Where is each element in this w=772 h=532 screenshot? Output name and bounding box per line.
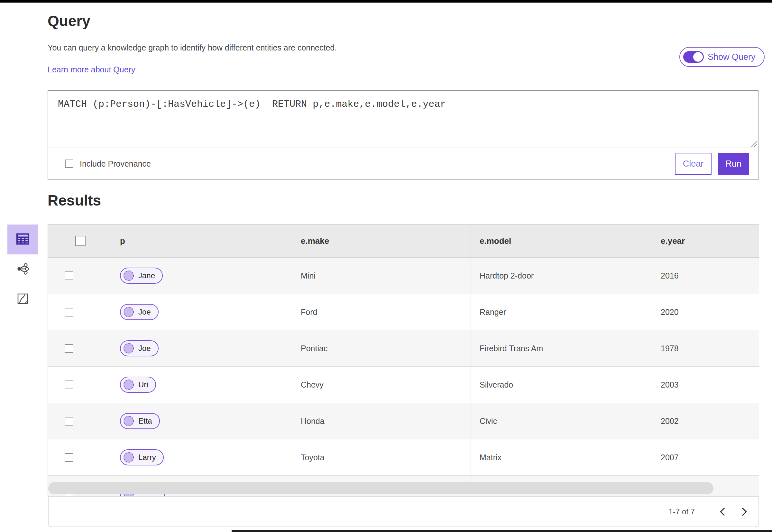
row-cell-p: Jane [111,258,292,294]
row-cell-year: 2016 [652,258,759,294]
entity-node-icon [124,452,134,463]
toggle-switch-icon[interactable] [683,51,704,63]
toggle-knob [693,52,703,62]
table-row: Joe Pontiac Firebird Trans Am 1978 [48,330,759,367]
table-row: Jane Mini Hardtop 2-door 2016 [48,258,759,294]
row-cell-model: Ranger [471,294,652,330]
row-cell-select [48,403,111,439]
show-query-toggle[interactable]: Show Query [679,47,765,67]
row-cell-p: Joe [111,330,292,366]
row-cell-make: Honda [292,403,471,439]
entity-pill-label: Jane [138,271,155,280]
entity-pill-label: Joe [138,344,151,353]
row-cell-p: Joe [111,294,292,330]
query-textarea-container: MATCH (p:Person)-[:HasVehicle]->(e) RETU… [48,91,758,148]
row-cell-p: Larry [111,439,292,475]
next-page-button[interactable] [733,501,754,522]
clear-button[interactable]: Clear [675,153,712,175]
entity-pill-label: Joe [138,307,151,316]
entity-pill-label: Etta [138,417,152,426]
entity-pill[interactable]: Etta [120,413,160,429]
entity-pill-label: Larry [138,453,156,462]
results-table: p e.make e.model e.year Jane Mini Hardto… [48,224,759,496]
table-row: Etta Honda Civic 2002 [48,403,759,439]
row-cell-select [48,439,111,475]
query-description: You can query a knowledge graph to ident… [48,43,337,52]
link-chart-view-button[interactable] [7,254,38,284]
pagination-range: 1-7 of 7 [669,507,695,516]
entity-pill[interactable]: Jane [120,268,163,284]
row-cell-year: 2007 [652,439,759,475]
show-query-label: Show Query [708,52,756,62]
table-row: Uri Chevy Silverado 2003 [48,367,759,403]
page-title: Query [48,12,90,30]
row-checkbox[interactable] [65,271,73,280]
table-body: Jane Mini Hardtop 2-door 2016 Joe Ford R… [48,258,759,496]
run-button[interactable]: Run [718,153,749,175]
row-cell-model: Silverado [471,367,652,403]
learn-more-link[interactable]: Learn more about Query [48,65,135,74]
map-view-icon [17,293,29,306]
row-cell-year: 1978 [652,330,759,366]
prev-page-button[interactable] [713,501,733,522]
window-border-bottom [232,530,772,532]
entity-pill[interactable]: Joe [120,304,159,320]
horizontal-scrollbar-thumb[interactable] [48,482,713,494]
row-cell-select [48,367,111,403]
row-cell-make: Chevy [292,367,471,403]
row-cell-make: Pontiac [292,330,471,366]
entity-pill[interactable]: Uri [120,377,156,393]
query-textarea[interactable]: MATCH (p:Person)-[:HasVehicle]->(e) RETU… [48,91,758,118]
table-view-icon [16,233,29,246]
entity-node-icon [124,380,134,390]
query-actions-bar: Include Provenance Clear Run [48,148,758,179]
row-checkbox[interactable] [65,344,73,353]
row-cell-model: Hardtop 2-door [471,258,652,294]
header-cell-make: e.make [292,225,471,257]
row-checkbox[interactable] [65,453,73,462]
header-cell-select [48,225,111,257]
window-border-top [0,0,772,3]
row-cell-p: Etta [111,403,292,439]
row-cell-make: Mini [292,258,471,294]
map-view-button[interactable] [7,284,38,314]
row-checkbox[interactable] [65,381,73,389]
table-row: Larry Toyota Matrix 2007 [48,439,759,476]
row-cell-model: Civic [471,403,652,439]
entity-node-icon [124,416,134,426]
include-provenance-label: Include Provenance [80,159,151,169]
entity-pill[interactable]: Joe [120,340,159,356]
row-cell-year: 2003 [652,367,759,403]
row-cell-make: Toyota [292,439,471,475]
results-title: Results [48,192,101,209]
entity-node-icon [124,271,134,281]
row-cell-select [48,330,111,366]
row-cell-p: Uri [111,367,292,403]
row-cell-year: 2002 [652,403,759,439]
pagination-bar: 1-7 of 7 [48,496,759,527]
row-checkbox[interactable] [65,417,73,426]
entity-pill[interactable]: Larry [120,449,164,465]
include-provenance-checkbox[interactable] [65,160,73,168]
table-row: Joe Ford Ranger 2020 [48,294,759,330]
header-cell-p: p [111,225,292,257]
chevron-right-icon [739,508,747,516]
query-editor: MATCH (p:Person)-[:HasVehicle]->(e) RETU… [48,90,758,180]
row-cell-model: Firebird Trans Am [471,330,652,366]
table-view-button[interactable] [7,225,38,254]
row-cell-year: 2020 [652,294,759,330]
header-cell-year: e.year [652,225,759,257]
row-cell-select [48,294,111,330]
link-chart-view-icon [17,263,29,276]
select-all-checkbox[interactable] [75,236,86,246]
row-cell-make: Ford [292,294,471,330]
row-cell-select [48,258,111,294]
resize-handle-icon[interactable] [750,140,757,147]
table-header-row: p e.make e.model e.year [48,225,759,258]
header-cell-model: e.model [471,225,652,257]
include-provenance-option[interactable]: Include Provenance [65,159,151,169]
row-checkbox[interactable] [65,308,73,316]
row-cell-model: Matrix [471,439,652,475]
results-view-switcher [7,225,38,314]
entity-pill-label: Uri [138,380,148,389]
